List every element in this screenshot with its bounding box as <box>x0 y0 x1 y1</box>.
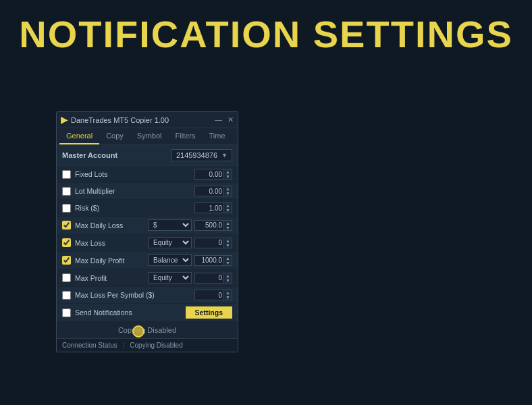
max-daily-profit-up[interactable]: ▲ <box>224 256 232 261</box>
fixed-lots-up[interactable]: ▲ <box>224 169 232 174</box>
lot-multiplier-row: Lot Multiplier ▲ ▼ <box>57 183 238 200</box>
risk-row: Risk ($) ▲ ▼ <box>57 200 238 217</box>
max-loss-per-symbol-input[interactable] <box>195 291 223 300</box>
send-notifications-label: Send Notifications <box>75 308 186 317</box>
max-profit-label: Max Profit <box>75 274 148 282</box>
max-profit-spinner: ▲ ▼ <box>223 273 232 283</box>
risk-up[interactable]: ▲ <box>224 203 232 208</box>
master-account-select[interactable]: 2145934876 ▼ <box>171 149 232 161</box>
max-daily-loss-up[interactable]: ▲ <box>224 221 232 225</box>
max-daily-loss-checkbox[interactable] <box>62 221 71 230</box>
max-daily-profit-row: Max Daily Profit Balance Equity $ ▲ ▼ <box>57 252 238 269</box>
max-profit-checkbox[interactable] <box>62 273 71 282</box>
copying-disabled-row: Copying Disabled <box>57 322 238 338</box>
lot-multiplier-input[interactable] <box>195 187 223 196</box>
max-loss-down[interactable]: ▼ <box>224 243 232 248</box>
max-loss-label: Max Loss <box>75 239 148 247</box>
max-loss-row: Max Loss Equity Balance $ ▲ ▼ <box>57 234 238 252</box>
max-daily-profit-label: Max Daily Profit <box>75 256 148 265</box>
max-daily-profit-input-wrapper: ▲ ▼ <box>194 255 232 266</box>
max-profit-row: Max Profit Equity Balance $ ▲ ▼ <box>57 269 238 287</box>
max-profit-input[interactable] <box>195 273 223 282</box>
fixed-lots-input[interactable] <box>195 170 223 179</box>
content-area: Master Account 2145934876 ▼ Fixed Lots ▲… <box>57 145 238 338</box>
master-account-row: Master Account 2145934876 ▼ <box>57 145 238 166</box>
lot-multiplier-input-wrapper: ▲ ▼ <box>194 186 232 196</box>
tab-filters[interactable]: Filters <box>169 128 203 144</box>
tab-time[interactable]: Time <box>202 128 232 144</box>
status-divider: | <box>123 342 125 349</box>
max-daily-profit-spinner: ▲ ▼ <box>223 256 232 265</box>
max-daily-profit-checkbox[interactable] <box>62 256 71 265</box>
fixed-lots-row: Fixed Lots ▲ ▼ <box>57 166 238 183</box>
title-bar: ▶ DaneTrades MT5 Copier 1.00 — ✕ <box>57 112 238 128</box>
max-daily-loss-input-wrapper: ▲ ▼ <box>194 220 232 231</box>
copying-disabled-text: Copying Disabled <box>118 326 176 334</box>
max-profit-up[interactable]: ▲ <box>224 273 232 278</box>
risk-spinner: ▲ ▼ <box>223 203 232 213</box>
risk-label: Risk ($) <box>75 204 194 212</box>
max-loss-per-symbol-up[interactable]: ▲ <box>224 290 232 295</box>
fixed-lots-spinner: ▲ ▼ <box>223 169 232 179</box>
tab-general[interactable]: General <box>59 128 99 144</box>
send-notifications-checkbox[interactable] <box>62 308 71 317</box>
risk-checkbox[interactable] <box>62 204 71 213</box>
max-daily-profit-input[interactable] <box>195 256 223 265</box>
page-title: NOTIFICATION SETTINGS <box>0 12 532 56</box>
max-loss-per-symbol-down[interactable]: ▼ <box>224 295 232 300</box>
minimize-button[interactable]: — <box>215 116 222 124</box>
risk-input-wrapper: ▲ ▼ <box>194 202 232 213</box>
title-bar-controls: — ✕ <box>215 116 234 124</box>
max-loss-select[interactable]: Equity Balance $ <box>148 237 192 248</box>
connection-status-label: Connection Status <box>62 342 117 349</box>
max-daily-loss-down[interactable]: ▼ <box>224 225 232 230</box>
lot-multiplier-down[interactable]: ▼ <box>224 191 232 196</box>
risk-down[interactable]: ▼ <box>224 208 232 213</box>
max-profit-input-wrapper: ▲ ▼ <box>194 273 232 284</box>
max-loss-per-symbol-checkbox[interactable] <box>62 291 71 300</box>
status-bar: Connection Status | Copying Disabled <box>57 338 238 352</box>
nav-tabs: General Copy Symbol Filters Time <box>57 128 238 145</box>
risk-input[interactable] <box>195 204 223 213</box>
max-loss-per-symbol-label: Max Loss Per Symbol ($) <box>75 291 194 299</box>
max-loss-per-symbol-spinner: ▲ ▼ <box>223 290 232 300</box>
max-loss-up[interactable]: ▲ <box>224 238 232 243</box>
fixed-lots-down[interactable]: ▼ <box>224 174 232 179</box>
max-daily-profit-down[interactable]: ▼ <box>224 261 232 265</box>
max-daily-loss-row: Max Daily Loss $ Equity Balance ▲ ▼ <box>57 217 238 234</box>
title-bar-left: ▶ DaneTrades MT5 Copier 1.00 <box>61 115 169 125</box>
max-loss-spinner: ▲ ▼ <box>223 238 232 248</box>
master-account-label: Master Account <box>62 151 117 159</box>
fixed-lots-input-wrapper: ▲ ▼ <box>194 169 232 180</box>
window-title: DaneTrades MT5 Copier 1.00 <box>71 116 169 124</box>
app-window: ▶ DaneTrades MT5 Copier 1.00 — ✕ General… <box>56 111 238 352</box>
tab-copy[interactable]: Copy <box>99 128 130 144</box>
app-icon: ▶ <box>61 115 68 125</box>
max-daily-profit-select[interactable]: Balance Equity $ <box>148 254 192 266</box>
max-loss-input-wrapper: ▲ ▼ <box>194 238 232 248</box>
settings-button[interactable]: Settings <box>186 306 232 319</box>
fixed-lots-label: Fixed Lots <box>75 170 194 178</box>
max-daily-loss-spinner: ▲ ▼ <box>223 221 232 230</box>
max-loss-input[interactable] <box>195 238 223 247</box>
max-loss-checkbox[interactable] <box>62 238 71 247</box>
master-account-value: 2145934876 <box>176 151 217 159</box>
lot-multiplier-up[interactable]: ▲ <box>224 186 232 191</box>
send-notifications-row: Send Notifications Settings <box>57 304 238 322</box>
max-loss-per-symbol-input-wrapper: ▲ ▼ <box>194 290 232 300</box>
max-loss-per-symbol-row: Max Loss Per Symbol ($) ▲ ▼ <box>57 287 238 304</box>
tab-symbol[interactable]: Symbol <box>130 128 169 144</box>
lot-multiplier-checkbox[interactable] <box>62 187 71 196</box>
lot-multiplier-label: Lot Multiplier <box>75 187 194 195</box>
cursor <box>132 325 144 338</box>
max-daily-loss-select[interactable]: $ Equity Balance <box>148 219 192 231</box>
lot-multiplier-spinner: ▲ ▼ <box>223 186 232 196</box>
status-value: Copying Disabled <box>130 342 182 349</box>
max-daily-loss-input[interactable] <box>195 221 223 230</box>
master-account-dropdown-icon: ▼ <box>221 152 228 159</box>
max-profit-select[interactable]: Equity Balance $ <box>148 272 192 284</box>
max-daily-loss-label: Max Daily Loss <box>75 221 148 230</box>
close-button[interactable]: ✕ <box>228 116 234 124</box>
max-profit-down[interactable]: ▼ <box>224 278 232 283</box>
fixed-lots-checkbox[interactable] <box>62 170 71 179</box>
